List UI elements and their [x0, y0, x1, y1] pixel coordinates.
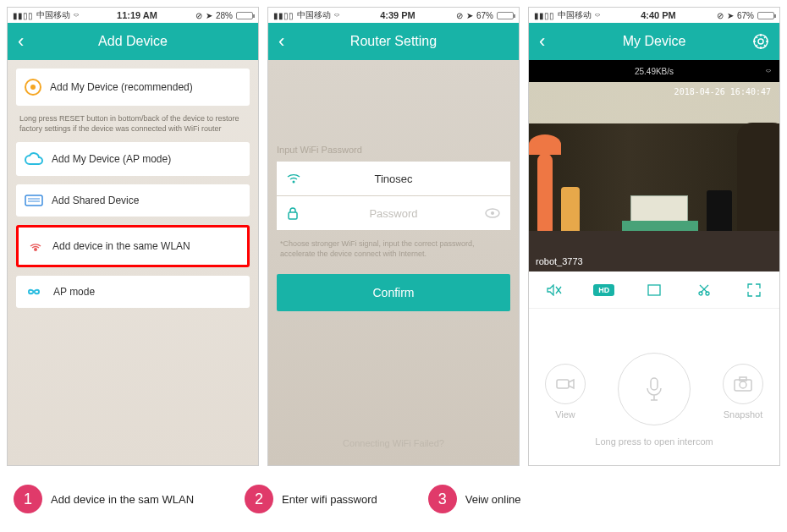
- fullscreen-button[interactable]: [737, 278, 771, 302]
- eye-icon[interactable]: [485, 208, 500, 218]
- step-number: 2: [245, 485, 273, 513]
- option-label: Add Shared Device: [52, 195, 139, 206]
- wlan-icon: [27, 238, 44, 255]
- svg-point-11: [758, 39, 763, 44]
- ssid-field[interactable]: Tinosec: [277, 162, 510, 195]
- wifi-icon: ⌔: [766, 67, 771, 76]
- password-field[interactable]: Password: [277, 196, 510, 230]
- device-icon: [25, 79, 41, 96]
- step-label: Add device in the sam WLAN: [51, 493, 194, 506]
- longpress-hint: Long press to open intercom: [529, 436, 779, 447]
- ssid-value: Tinosec: [311, 173, 476, 185]
- option-add-my-device[interactable]: Add My Device (recommended): [16, 69, 250, 106]
- mute-button[interactable]: [537, 278, 571, 302]
- nav-icon: ➤: [727, 11, 734, 20]
- navbar: ‹ Add Device: [8, 23, 258, 60]
- status-bar: ▮▮▯▯ 中国移动 ⌔ 4:39 PM ⊘ ➤ 67%: [268, 8, 519, 23]
- phone-my-device: ▮▮▯▯ 中国移动 ⌔ 4:40 PM ⊘ ➤ 67% ‹ My Device …: [528, 7, 780, 466]
- wifi-icon: [287, 173, 302, 184]
- password-placeholder: Password: [311, 207, 476, 220]
- input-label: Input WiFi Password: [277, 145, 510, 155]
- phone-add-device: ▮▮▯▯ 中国移动 ⌔ 11:19 AM ⊘ ➤ 28% ‹ Add Devic…: [7, 7, 259, 466]
- signal-icon: ▮▮▯▯: [534, 11, 554, 20]
- option-same-wlan[interactable]: Add device in the same WLAN: [16, 225, 250, 267]
- battery-percent: 67%: [737, 11, 754, 20]
- hd-button[interactable]: HD: [587, 278, 621, 302]
- option-label: AP mode: [53, 286, 95, 298]
- svg-point-5: [34, 248, 37, 251]
- battery-percent: 28%: [216, 11, 233, 20]
- page-title: Router Setting: [350, 34, 437, 49]
- carrier-label: 中国移动: [558, 9, 592, 21]
- back-button[interactable]: ‹: [18, 30, 24, 52]
- option-shared-device[interactable]: Add Shared Device: [16, 184, 250, 217]
- navbar: ‹ My Device: [529, 23, 779, 60]
- step-number: 1: [14, 485, 42, 513]
- signal-hint: *Choose stronger WiFi signal, input the …: [280, 239, 507, 259]
- battery-icon: [497, 12, 514, 19]
- keyboard-icon: [25, 195, 43, 206]
- signal-icon: ▮▮▯▯: [13, 11, 33, 20]
- step-number: 3: [428, 485, 457, 513]
- confirm-button[interactable]: Confirm: [277, 274, 510, 311]
- aspect-button[interactable]: [637, 278, 671, 302]
- battery-percent: 67%: [476, 11, 493, 20]
- snapshot-button[interactable]: Snapshot: [723, 364, 763, 420]
- svg-rect-2: [25, 195, 42, 206]
- gear-icon[interactable]: [752, 33, 769, 50]
- step-3: 3 Veiw online: [428, 485, 521, 513]
- svg-point-22: [740, 381, 746, 388]
- option-ap-mode-device[interactable]: Add My Device (AP mode): [16, 142, 250, 176]
- live-video[interactable]: 2018-04-26 16:40:47 robot_3773: [529, 82, 779, 271]
- phone-router-setting: ▮▮▯▯ 中国移动 ⌔ 4:39 PM ⊘ ➤ 67% ‹ Router Set…: [267, 7, 520, 466]
- option-ap-mode[interactable]: AP mode: [16, 276, 250, 308]
- infinity-icon: [25, 286, 45, 298]
- cloud-icon: [25, 152, 43, 166]
- lock-icon: [287, 206, 302, 220]
- reset-hint: Long press RESET button in bottom/back o…: [16, 114, 250, 134]
- alarm-icon: ⊘: [717, 11, 724, 20]
- video-icon: [545, 364, 586, 404]
- svg-rect-7: [289, 212, 297, 219]
- step-2: 2 Enter wifi password: [245, 485, 377, 513]
- page-title: My Device: [623, 34, 686, 49]
- page-title: Add Device: [98, 34, 168, 49]
- alarm-icon: ⊘: [456, 11, 463, 20]
- video-toolbar: HD: [529, 271, 779, 309]
- clock: 4:39 PM: [339, 10, 456, 20]
- device-name-overlay: robot_3773: [536, 256, 583, 266]
- video-timestamp: 2018-04-26 16:40:47: [674, 87, 771, 96]
- view-button[interactable]: View: [545, 364, 586, 420]
- battery-icon: [236, 12, 253, 19]
- option-label: Add My Device (AP mode): [52, 153, 171, 165]
- failed-link[interactable]: Connecting WiFi Failed?: [277, 438, 510, 457]
- back-button[interactable]: ‹: [539, 30, 545, 52]
- video-scene: [529, 82, 779, 271]
- back-button[interactable]: ‹: [278, 30, 284, 52]
- svg-point-9: [491, 211, 494, 215]
- option-label: Add My Device (recommended): [50, 81, 193, 93]
- snapshot-label: Snapshot: [724, 409, 762, 420]
- option-label: Add device in the same WLAN: [52, 240, 190, 252]
- cut-button[interactable]: [687, 278, 721, 302]
- carrier-label: 中国移动: [36, 9, 70, 21]
- carrier-label: 中国移动: [297, 9, 331, 21]
- clock: 11:19 AM: [79, 10, 195, 20]
- intercom-button[interactable]: [618, 353, 691, 431]
- step-captions: 1 Add device in the sam WLAN 2 Enter wif…: [0, 473, 787, 525]
- battery-icon: [757, 12, 774, 19]
- alarm-icon: ⊘: [195, 11, 202, 20]
- svg-rect-19: [557, 380, 569, 388]
- nav-icon: ➤: [466, 11, 473, 20]
- nav-icon: ➤: [206, 11, 212, 20]
- svg-point-1: [30, 85, 36, 90]
- speed-bar: 25.49KB/s ⌔: [529, 60, 779, 82]
- status-bar: ▮▮▯▯ 中国移动 ⌔ 11:19 AM ⊘ ➤ 28%: [8, 8, 258, 23]
- svg-rect-20: [651, 378, 658, 390]
- navbar: ‹ Router Setting: [268, 23, 519, 60]
- status-bar: ▮▮▯▯ 中国移动 ⌔ 4:40 PM ⊘ ➤ 67%: [529, 8, 779, 23]
- svg-rect-14: [648, 285, 660, 295]
- mic-icon: [618, 353, 691, 425]
- clock: 4:40 PM: [600, 10, 717, 20]
- step-label: Enter wifi password: [282, 493, 377, 506]
